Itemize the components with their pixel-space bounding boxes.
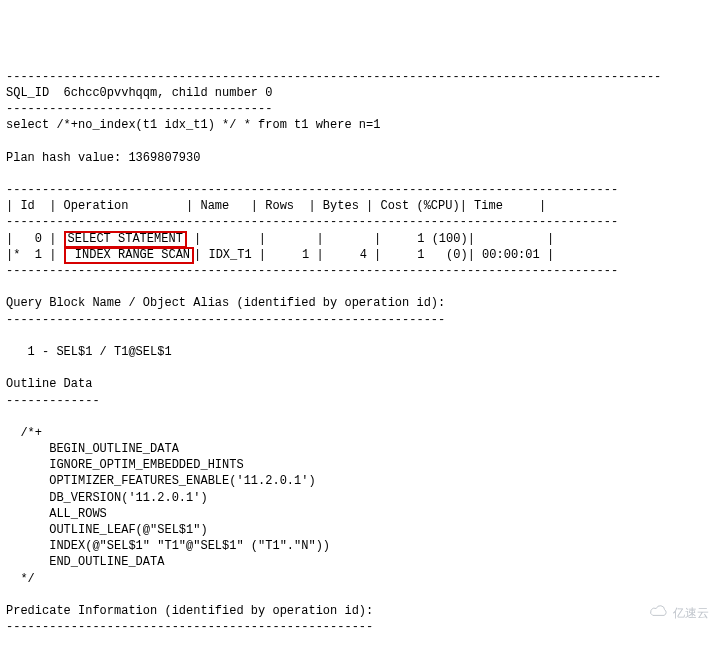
query-block-heading: Query Block Name / Object Alias (identif… (6, 296, 445, 310)
outline-ignore-hints: IGNORE_OPTIM_EMBEDDED_HINTS (6, 458, 244, 472)
watermark-text: 亿速云 (673, 605, 709, 621)
plan-table-border-top: ----------------------------------------… (6, 183, 618, 197)
plan-hash-value: Plan hash value: 1369807930 (6, 151, 200, 165)
outline-close: */ (6, 572, 35, 586)
predicate-underline: ----------------------------------------… (6, 620, 373, 634)
plan-table-row-0-suffix: | | | | 1 (100)| | (194, 232, 554, 246)
operation-select-statement: SELECT STATEMENT (64, 231, 187, 248)
outline-end: END_OUTLINE_DATA (6, 555, 164, 569)
sql-id-underline: ------------------------------------- (6, 102, 272, 116)
outline-underline: ------------- (6, 394, 100, 408)
outline-index: INDEX(@"SEL$1" "T1"@"SEL$1" ("T1"."N")) (6, 539, 330, 553)
operation-index-range-scan: INDEX RANGE SCAN (64, 247, 194, 264)
query-block-underline: ----------------------------------------… (6, 313, 445, 327)
watermark: 亿速云 (636, 587, 709, 638)
plan-table-border-bottom: ----------------------------------------… (6, 264, 618, 278)
sql-id-line: SQL_ID 6chcc0pvvhqqm, child number 0 (6, 86, 272, 100)
query-block-line: 1 - SEL$1 / T1@SEL$1 (6, 345, 172, 359)
divider-top: ----------------------------------------… (6, 70, 661, 84)
plan-table-border-mid: ----------------------------------------… (6, 215, 618, 229)
outline-opt-features: OPTIMIZER_FEATURES_ENABLE('11.2.0.1') (6, 474, 316, 488)
select-statement: select /*+no_index(t1 idx_t1) */ * from … (6, 118, 380, 132)
outline-heading: Outline Data (6, 377, 92, 391)
plan-table-row-1-prefix: |* 1 | (6, 248, 64, 262)
cloud-icon (636, 587, 669, 638)
outline-open: /*+ (6, 426, 42, 440)
outline-begin: BEGIN_OUTLINE_DATA (6, 442, 179, 456)
predicate-heading: Predicate Information (identified by ope… (6, 604, 373, 618)
plan-table-row-1-suffix: | IDX_T1 | 1 | 4 | 1 (0)| 00:00:01 | (194, 248, 554, 262)
plan-table-row-0-prefix: | 0 | (6, 232, 64, 246)
outline-all-rows: ALL_ROWS (6, 507, 107, 521)
outline-leaf: OUTLINE_LEAF(@"SEL$1") (6, 523, 208, 537)
outline-db-version: DB_VERSION('11.2.0.1') (6, 491, 208, 505)
plan-table-header: | Id | Operation | Name | Rows | Bytes |… (6, 199, 546, 213)
